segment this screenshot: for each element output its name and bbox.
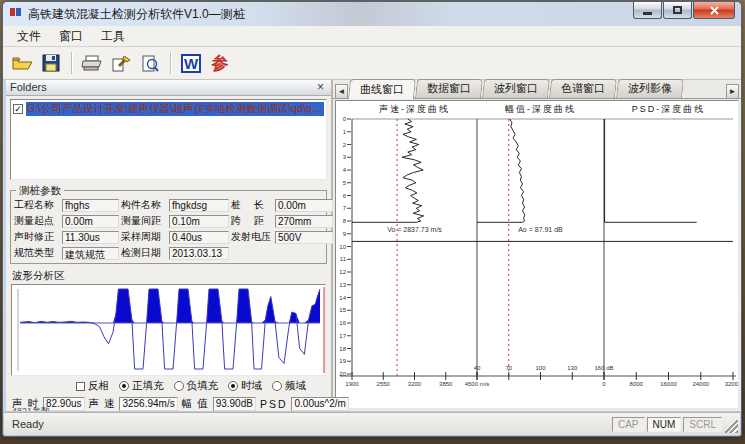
waveform-controls: 反相 正填充 负填充 时域 频域 [6,376,331,394]
minimize-button[interactable] [633,2,662,19]
sound-speed-value[interactable]: 3256.94m/s [119,397,177,411]
param-input-time-correction[interactable]: 11.30us [62,231,119,244]
svg-text:2550: 2550 [377,381,391,387]
param-input-pile-length[interactable]: 0.00m [275,199,333,212]
menu-file[interactable]: 文件 [9,26,49,47]
toolbar-separator [71,52,72,74]
svg-text:18: 18 [339,346,346,352]
pile-params-group: 测桩参数 工程名称 fhghs 构件名称 fhgkdsg 桩 长 0.00m 测… [10,190,327,264]
psd-value[interactable]: 0.00us^2/m [291,397,348,411]
printer-icon [81,54,103,72]
svg-text:4500 m/s: 4500 m/s [465,381,490,387]
param-input-sample-period[interactable]: 0.40us [169,231,229,244]
svg-text:7: 7 [343,205,347,211]
param-input-interval[interactable]: 0.10m [169,215,229,228]
file-checkbox[interactable]: ✓ [13,104,23,114]
svg-text:14: 14 [339,295,346,301]
params-button[interactable]: 参 [207,50,233,76]
menu-window[interactable]: 窗口 [51,26,91,47]
param-label: 测量间距 [121,214,167,228]
svg-text:8000: 8000 [630,381,644,387]
titlebar[interactable]: 高铁建筑混凝土检测分析软件V1.0—测桩 [3,2,741,26]
radio-checked-icon [228,381,238,391]
scroll-indicator: SCRL [683,417,722,432]
param-label: 检测日期 [121,246,167,260]
param-label: 发射电压 [231,230,273,244]
toolbar: W 参 [3,47,741,80]
word-export-button[interactable]: W [178,50,204,76]
waveform-display[interactable] [11,284,326,376]
num-indicator: NUM [647,417,682,432]
param-input-voltage[interactable]: 500V [275,231,333,244]
resize-grip[interactable] [725,420,738,433]
tab-data-window[interactable]: 数据窗口 [415,79,483,98]
fill-negative-radio[interactable]: 负填充 [174,379,219,393]
time-domain-radio[interactable]: 时域 [228,379,262,393]
menu-tools[interactable]: 工具 [93,26,133,47]
svg-text:16000: 16000 [660,381,677,387]
close-button[interactable] [693,2,735,19]
svg-text:2: 2 [343,142,347,148]
invert-checkbox[interactable]: 反相 [76,379,109,393]
param-input-span[interactable]: 270mm [275,215,333,228]
tabbar: ◄ 曲线窗口 数据窗口 波列窗口 色谱窗口 波列影像 ► [333,80,741,99]
depth-curves-chart[interactable]: 01234567891011121314151617181920声速-深度曲线1… [335,100,739,409]
save-icon [42,54,60,72]
window-controls [632,2,735,19]
freq-domain-radio[interactable]: 频域 [272,379,306,393]
param-label: 工程名称 [14,198,60,212]
svg-text:0: 0 [602,381,606,387]
param-input-project-name[interactable]: fhghs [62,199,119,212]
svg-text:Vo = 2837.73 m/s: Vo = 2837.73 m/s [387,226,442,233]
file-path: G:\公司产品设计开发\超声仪器\超声仪实地检测数据调试\qd\qd03\qd0… [26,102,324,116]
svg-text:声速-深度曲线: 声速-深度曲线 [379,104,450,114]
fill-positive-radio[interactable]: 正填充 [119,379,164,393]
svg-text:12: 12 [339,269,346,275]
svg-text:9: 9 [343,231,347,237]
tab-scroll-left-button[interactable]: ◄ [335,84,348,98]
param-label: 声时修正 [14,230,60,244]
param-input-spec-type[interactable]: 建筑规范 [62,247,119,260]
svg-text:10: 10 [339,244,346,250]
folders-close-button[interactable]: × [314,82,327,93]
tab-wavetrain-image[interactable]: 波列影像 [616,79,684,98]
app-window: 高铁建筑混凝土检测分析软件V1.0—测桩 文件 窗口 工具 [2,1,742,437]
maximize-button[interactable] [663,2,692,19]
param-input-component-name[interactable]: fhgkdsg [169,199,229,212]
svg-text:11: 11 [340,256,347,262]
file-list[interactable]: ✓ G:\公司产品设计开发\超声仪器\超声仪实地检测数据调试\qd\qd03\q… [10,99,327,180]
tab-wavetrain-window[interactable]: 波列窗口 [482,79,550,98]
svg-text:1900: 1900 [345,381,359,387]
file-item[interactable]: ✓ G:\公司产品设计开发\超声仪器\超声仪实地检测数据调试\qd\qd03\q… [13,102,324,116]
svg-text:5: 5 [343,180,347,186]
readout-row: 声 时 82.90us 声 速 3256.94m/s 幅 值 93.90dB P… [6,394,331,411]
svg-text:130: 130 [567,365,578,371]
print-setup-button[interactable] [108,50,134,76]
pile-params-grid: 工程名称 fhghs 构件名称 fhgkdsg 桩 长 0.00m 测量起点 0… [14,198,323,260]
open-button[interactable] [9,50,35,76]
radio-icon [174,381,184,391]
svg-text:17: 17 [339,333,346,339]
tab-spectrum-window[interactable]: 色谱窗口 [549,79,617,98]
tab-curve-window[interactable]: 曲线窗口 [348,79,416,99]
caps-indicator: CAP [612,417,645,432]
svg-text:32000: 32000 [725,381,738,387]
radio-icon [272,381,282,391]
menubar: 文件 窗口 工具 [3,26,741,47]
wave-area-title: 波形分析区 [6,266,331,284]
param-input-test-date[interactable]: 2013.03.13 [169,247,229,260]
params-icon: 参 [212,52,229,75]
tab-scroll-right-button[interactable]: ► [726,84,739,98]
save-button[interactable] [38,50,64,76]
param-input-start-point[interactable]: 0.00m [62,215,119,228]
svg-text:40: 40 [474,365,481,371]
svg-text:PSD-深度曲线: PSD-深度曲线 [632,104,706,114]
depth-curves-plot: 01234567891011121314151617181920声速-深度曲线1… [336,101,738,409]
print-setup-icon [111,54,131,73]
waveform-plot [12,285,328,375]
amplitude-value[interactable]: 93.90dB [213,397,256,411]
print-button[interactable] [79,50,105,76]
print-preview-button[interactable] [137,50,163,76]
curves-panel: ◄ 曲线窗口 数据窗口 波列窗口 色谱窗口 波列影像 ► 01234567891… [333,80,741,411]
main-content: Folders × ✓ G:\公司产品设计开发\超声仪器\超声仪实地检测数据调试… [3,80,741,411]
